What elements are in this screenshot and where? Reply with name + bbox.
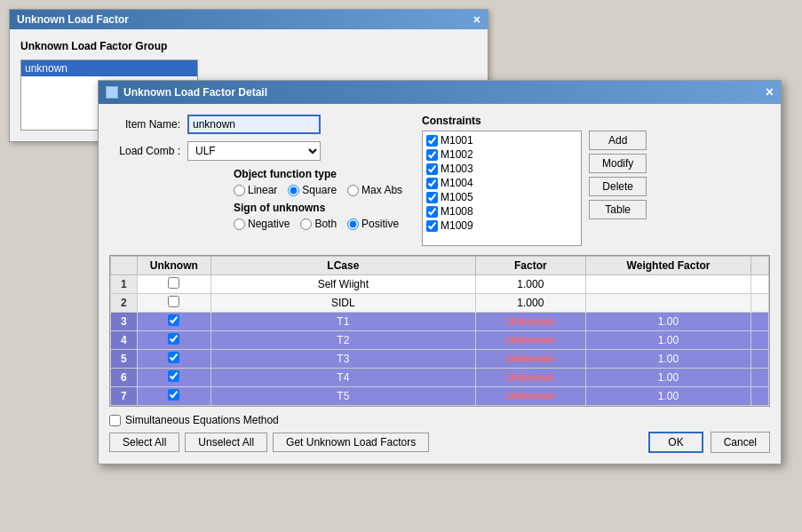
col-header-weighted: Weighted Factor: [585, 257, 750, 275]
obj-function-radio-group: Linear Square Max Abs: [109, 184, 411, 196]
bottom-left: Simultaneous Equations Method: [109, 414, 279, 426]
col-header-lcase: LCase: [210, 257, 475, 275]
row-weighted: 1.00: [585, 350, 750, 369]
bg-dialog-title: Unknown Load Factor: [17, 13, 129, 26]
radio-negative[interactable]: Negative: [234, 218, 290, 230]
constraint-item: M1002: [425, 147, 579, 162]
bg-dialog-close[interactable]: ×: [473, 13, 480, 26]
table-button[interactable]: Table: [589, 200, 647, 219]
row-unknown-check[interactable]: [137, 331, 210, 350]
table-row: 7 T5 Unknown 1.00: [111, 387, 769, 406]
row-weighted: [585, 275, 750, 294]
delete-button[interactable]: Delete: [589, 177, 647, 196]
modify-button[interactable]: Modify: [589, 154, 647, 173]
row-factor: Unknown: [475, 331, 585, 350]
constraint-item: M1009: [425, 218, 579, 233]
row-weighted: 1.00: [585, 387, 750, 406]
row-unknown-check[interactable]: [137, 313, 210, 331]
select-all-button[interactable]: Select All: [109, 433, 179, 452]
col-header-factor: Factor: [475, 257, 585, 275]
unselect-all-button[interactable]: Unselect All: [185, 433, 267, 452]
row-lcase: T4: [210, 369, 475, 387]
item-name-label: Item Name:: [109, 118, 180, 131]
constraint-checkbox[interactable]: [426, 206, 438, 218]
bg-dialog-titlebar: Unknown Load Factor ×: [10, 10, 488, 29]
row-unknown-check[interactable]: [137, 369, 210, 387]
add-button[interactable]: Add: [589, 131, 647, 150]
constraint-item: M1001: [425, 133, 579, 147]
detail-title: Unknown Load Factor Detail: [123, 86, 267, 99]
row-lcase: Self Wiight: [210, 275, 475, 294]
detail-titlebar: Unknown Load Factor Detail ×: [99, 81, 781, 104]
constraint-checkbox[interactable]: [426, 220, 438, 232]
item-name-input[interactable]: [187, 115, 321, 134]
load-factor-table: Unknown LCase Factor Weighted Factor 1 S…: [109, 255, 770, 407]
table-row: 1 Self Wiight 1.000: [111, 275, 769, 294]
row-factor: 1.000: [475, 294, 585, 313]
constraints-list[interactable]: M1001 M1002 M1003 M1004: [422, 131, 582, 246]
row-lcase: SIDL: [210, 294, 475, 313]
row-num: 5: [111, 350, 138, 369]
cancel-button[interactable]: Cancel: [711, 432, 770, 453]
constraint-checkbox[interactable]: [426, 163, 438, 175]
left-form: Item Name: Load Comb : ULF Object functi…: [109, 115, 411, 246]
row-lcase: T2: [210, 331, 475, 350]
row-num: 4: [111, 331, 138, 350]
row-num: 6: [111, 369, 138, 387]
constraint-item: M1003: [425, 162, 579, 176]
bg-group-label: Unknown Load Factor Group: [20, 40, 477, 52]
row-num: 1: [111, 275, 138, 294]
table-row: 2 SIDL 1.000: [111, 294, 769, 313]
obj-function-label: Object function type: [109, 168, 411, 180]
row-lcase: T3: [210, 350, 475, 369]
row-factor: 1.000: [475, 275, 585, 294]
row-weighted: 1.00: [585, 313, 750, 331]
constraint-buttons: Add Modify Delete Table: [589, 131, 647, 246]
constraint-checkbox[interactable]: [426, 178, 438, 189]
sim-eq-section: Simultaneous Equations Method: [109, 414, 279, 426]
row-weighted: 1.00: [585, 369, 750, 387]
sign-radio-group: Negative Both Positive: [109, 218, 411, 230]
row-unknown-check[interactable]: [137, 350, 210, 369]
radio-both[interactable]: Both: [300, 218, 337, 230]
radio-maxabs[interactable]: Max Abs: [347, 184, 402, 196]
col-header-num: [111, 257, 138, 275]
detail-close-button[interactable]: ×: [766, 84, 774, 100]
load-comb-label: Load Comb :: [109, 145, 180, 157]
sim-eq-checkbox[interactable]: [109, 415, 121, 426]
row-num: 2: [111, 294, 138, 313]
detail-dialog: Unknown Load Factor Detail × Item Name: …: [98, 80, 782, 465]
row-unknown-check[interactable]: [137, 294, 210, 313]
row-factor: Unknown: [475, 369, 585, 387]
constraint-item: M1008: [425, 204, 579, 218]
table-row: 6 T4 Unknown 1.00: [111, 369, 769, 387]
row-factor: Unknown: [475, 313, 585, 331]
row-lcase: T5: [210, 387, 475, 406]
table-row: 3 T1 Unknown 1.00: [111, 313, 769, 331]
row-factor: Unknown: [475, 387, 585, 406]
radio-linear[interactable]: Linear: [234, 184, 277, 196]
constraint-checkbox[interactable]: [426, 135, 438, 147]
radio-positive[interactable]: Positive: [347, 218, 399, 230]
get-unknown-button[interactable]: Get Unknown Load Factors: [273, 433, 429, 452]
list-item[interactable]: unknown: [21, 60, 197, 76]
constraint-checkbox[interactable]: [426, 192, 438, 203]
constraint-item: M1005: [425, 190, 579, 204]
constraint-item: M1004: [425, 176, 579, 190]
load-comb-select[interactable]: ULF: [187, 141, 321, 161]
action-buttons: Select All Unselect All Get Unknown Load…: [109, 433, 429, 452]
bottom-bar: Simultaneous Equations Method: [109, 414, 770, 426]
sign-label: Sign of unknowns: [109, 202, 411, 214]
constraints-label: Constraints: [422, 115, 770, 127]
dialog-icon: [106, 86, 118, 99]
ok-button[interactable]: OK: [648, 432, 703, 453]
row-weighted: [585, 294, 750, 313]
row-unknown-check[interactable]: [137, 275, 210, 294]
row-weighted: 1.00: [585, 331, 750, 350]
col-header-unknown: Unknown: [137, 257, 210, 275]
row-unknown-check[interactable]: [137, 387, 210, 406]
row-factor: Unknown: [475, 350, 585, 369]
radio-square[interactable]: Square: [288, 184, 337, 196]
table-row: 5 T3 Unknown 1.00: [111, 350, 769, 369]
constraint-checkbox[interactable]: [426, 149, 438, 161]
